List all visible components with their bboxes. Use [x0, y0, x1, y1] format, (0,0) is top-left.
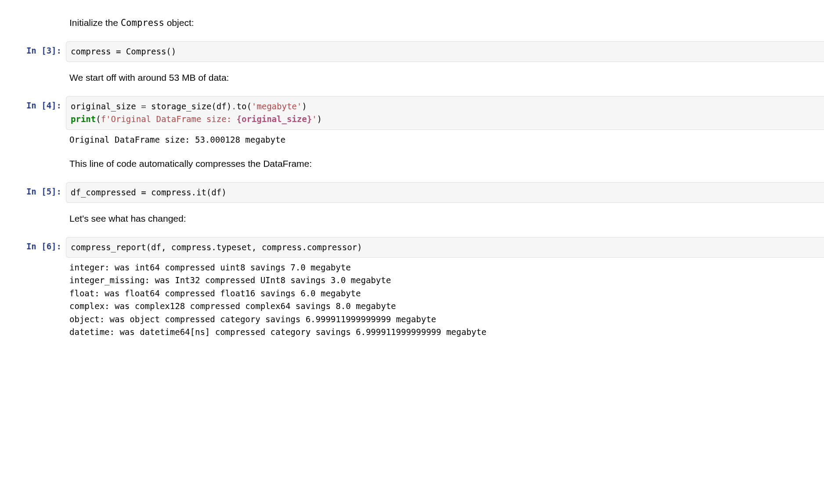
cell-body: df_compressed = compress.it(df) [66, 182, 824, 203]
markdown-cell: We start off with around 53 MB of data: [0, 64, 824, 94]
code-input[interactable]: df_compressed = compress.it(df) [66, 182, 824, 203]
code-output: Original DataFrame size: 53.000128 megab… [66, 130, 824, 148]
code-token-operator: . [231, 101, 236, 111]
markdown-cell: This line of code automatically compress… [0, 150, 824, 180]
markdown-body: Initialize the Compress object: [66, 11, 824, 38]
code-token-string: 'megabyte' [252, 101, 302, 111]
md-text: object: [164, 18, 194, 28]
code-token: ) [302, 101, 307, 111]
input-prompt: In [3]: [0, 41, 66, 62]
cell-body: original_size = storage_size(df).to('meg… [66, 96, 824, 148]
code-cell: In [3]: compress = Compress() [0, 40, 824, 64]
inline-code: Compress [121, 18, 164, 28]
code-token: to( [237, 101, 252, 111]
md-text: This line of code automatically compress… [69, 158, 312, 169]
code-token-string: ' [312, 114, 317, 124]
code-input[interactable]: compress = Compress() [66, 41, 824, 62]
md-text: We start off with around 53 MB of data: [69, 72, 229, 83]
code-cell: In [6]: compress_report(df, compress.typ… [0, 235, 824, 342]
notebook-container: Initialize the Compress object: In [3]: … [0, 0, 824, 342]
input-prompt: In [4]: [0, 96, 66, 148]
cell-prompt [0, 65, 66, 93]
md-text: Let's see what has changed: [69, 213, 186, 223]
code-output: integer: was int64 compressed uint8 savi… [66, 258, 824, 341]
code-token-builtin: print [71, 114, 96, 124]
cell-prompt [0, 151, 66, 179]
md-text: Initialize the [69, 18, 121, 28]
code-token: storage_size(df) [146, 101, 231, 111]
code-token: ) [317, 114, 322, 124]
code-token-operator: = [141, 101, 146, 111]
cell-body: compress = Compress() [66, 41, 824, 62]
cell-prompt [0, 11, 66, 38]
cell-prompt [0, 206, 66, 234]
code-token-string: f'Original DataFrame size: [101, 114, 237, 124]
markdown-body: This line of code automatically compress… [66, 151, 824, 179]
markdown-body: We start off with around 53 MB of data: [66, 65, 824, 93]
code-token: ( [96, 114, 101, 124]
markdown-body: Let's see what has changed: [66, 206, 824, 234]
code-input[interactable]: compress_report(df, compress.typeset, co… [66, 237, 824, 258]
markdown-cell: Initialize the Compress object: [0, 9, 824, 40]
markdown-cell: Let's see what has changed: [0, 205, 824, 235]
cell-body: compress_report(df, compress.typeset, co… [66, 237, 824, 341]
code-cell: In [5]: df_compressed = compress.it(df) [0, 180, 824, 205]
input-prompt: In [5]: [0, 182, 66, 203]
input-prompt: In [6]: [0, 237, 66, 341]
code-token: original_size [71, 101, 141, 111]
code-cell: In [4]: original_size = storage_size(df)… [0, 94, 824, 150]
code-token-interpolation: {original_size} [237, 114, 312, 124]
code-input[interactable]: original_size = storage_size(df).to('meg… [66, 96, 824, 130]
